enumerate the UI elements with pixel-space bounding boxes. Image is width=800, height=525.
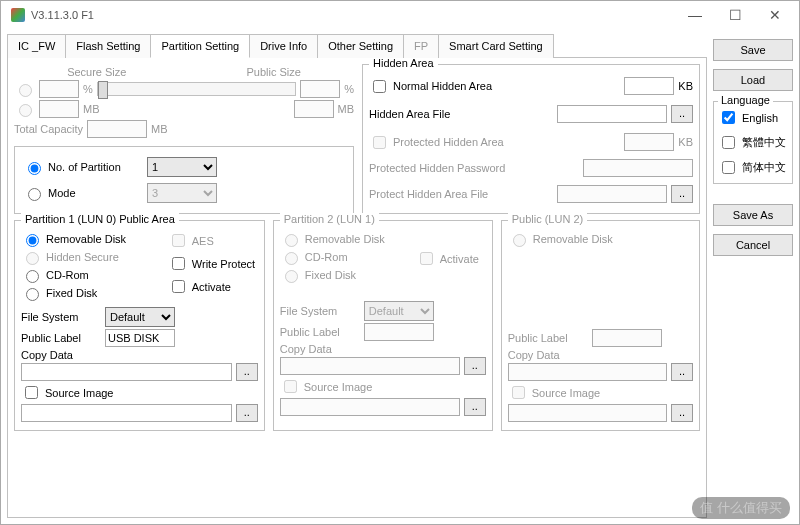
normal-hidden-size[interactable] <box>624 77 674 95</box>
p1-aes-label: AES <box>192 235 214 247</box>
p2-legend: Partition 2 (LUN 1) <box>280 213 379 225</box>
p1-copy-input[interactable] <box>21 363 232 381</box>
p2-src-browse: .. <box>464 398 486 416</box>
p3-src-input <box>508 404 667 422</box>
save-button[interactable]: Save <box>713 39 793 61</box>
hidden-area-legend: Hidden Area <box>369 58 438 69</box>
lang-trad-checkbox[interactable] <box>722 136 735 149</box>
mode-select: 3 <box>147 183 217 203</box>
p2-copy-browse: .. <box>464 357 486 375</box>
p1-activate-checkbox[interactable] <box>172 280 185 293</box>
lang-simp-checkbox[interactable] <box>722 161 735 174</box>
hidden-file-label: Hidden Area File <box>369 108 450 120</box>
tab-partition-setting[interactable]: Partition Setting <box>150 34 250 58</box>
p1-src-checkbox[interactable] <box>25 386 38 399</box>
p1-wp-checkbox[interactable] <box>172 257 185 270</box>
p2-label-label: Public Label <box>280 326 360 338</box>
num-partition-radio[interactable] <box>28 162 41 175</box>
p1-wp-label: Write Protect <box>192 258 255 270</box>
save-as-button[interactable]: Save As <box>713 204 793 226</box>
p2-fs-select: Default <box>364 301 434 321</box>
p1-cdrom-label: CD-Rom <box>46 269 89 281</box>
mode-radio[interactable] <box>28 188 41 201</box>
p2-src-checkbox <box>284 380 297 393</box>
tab-smart-card[interactable]: Smart Card Setting <box>438 34 554 58</box>
p1-fs-select[interactable]: Default <box>105 307 175 327</box>
p1-fixed-label: Fixed Disk <box>46 287 97 299</box>
p3-legend: Public (LUN 2) <box>508 213 588 225</box>
protected-hidden-size <box>624 133 674 151</box>
mb1: MB <box>83 103 100 115</box>
p1-copy-browse[interactable]: .. <box>236 363 258 381</box>
protected-hidden-label: Protected Hidden Area <box>393 136 504 148</box>
p1-src-input[interactable] <box>21 404 232 422</box>
p3-copy-label: Copy Data <box>508 349 560 361</box>
tab-strip: IC _FW Flash Setting Partition Setting D… <box>7 33 707 58</box>
p1-label-label: Public Label <box>21 332 101 344</box>
protect-file-input <box>557 185 667 203</box>
p1-src-label: Source Image <box>45 387 113 399</box>
protect-file-label: Protect Hidden Area File <box>369 188 488 200</box>
protected-pwd-label: Protected Hidden Password <box>369 162 505 174</box>
p2-cdrom-radio <box>285 252 298 265</box>
p1-removable-radio[interactable] <box>26 234 39 247</box>
cancel-button[interactable]: Cancel <box>713 234 793 256</box>
p1-fixed-radio[interactable] <box>26 288 39 301</box>
protect-file-browse[interactable]: .. <box>671 185 693 203</box>
p1-hidden-label: Hidden Secure <box>46 251 119 263</box>
p1-activate-label: Activate <box>192 281 231 293</box>
hidden-file-input[interactable] <box>557 105 667 123</box>
protected-pwd-input <box>583 159 693 177</box>
lang-trad-label: 繁體中文 <box>742 135 786 150</box>
app-icon <box>11 8 25 22</box>
p1-label-input[interactable] <box>105 329 175 347</box>
titlebar: V3.11.3.0 F1 — ☐ ✕ <box>1 1 799 29</box>
kb2: KB <box>678 136 693 148</box>
p2-label-input <box>364 323 434 341</box>
hidden-file-browse[interactable]: .. <box>671 105 693 123</box>
p1-src-browse[interactable]: .. <box>236 404 258 422</box>
p2-src-input <box>280 398 460 416</box>
protected-hidden-checkbox <box>373 136 386 149</box>
lang-english-label: English <box>742 112 778 124</box>
num-partition-label: No. of Partition <box>48 161 143 173</box>
right-panel: Save Load Language English 繁體中文 简体中文 Sav… <box>713 33 793 518</box>
p2-copy-label: Copy Data <box>280 343 332 355</box>
p3-label-label: Public Label <box>508 332 588 344</box>
p2-src-label: Source Image <box>304 381 372 393</box>
tab-ic-fw[interactable]: IC _FW <box>7 34 66 58</box>
p3-src-browse: .. <box>671 404 693 422</box>
p2-activate-label: Activate <box>440 253 479 265</box>
total-capacity-input <box>87 120 147 138</box>
normal-hidden-checkbox[interactable] <box>373 80 386 93</box>
p2-removable-label: Removable Disk <box>305 233 385 245</box>
partition2-group: Partition 2 (LUN 1) Removable Disk CD-Ro… <box>273 220 493 431</box>
mb3: MB <box>151 123 168 135</box>
partition1-group: Partition 1 (LUN 0) Public Area Removabl… <box>14 220 265 431</box>
p2-removable-radio <box>285 234 298 247</box>
p3-label-input <box>592 329 662 347</box>
p1-copy-label: Copy Data <box>21 349 73 361</box>
public-mb-input <box>294 100 334 118</box>
normal-hidden-label: Normal Hidden Area <box>393 80 492 92</box>
num-partition-select[interactable]: 1 <box>147 157 217 177</box>
public-pct-input <box>300 80 340 98</box>
p3-copy-input <box>508 363 667 381</box>
tab-other-setting[interactable]: Other Setting <box>317 34 404 58</box>
p3-src-checkbox <box>512 386 525 399</box>
maximize-button[interactable]: ☐ <box>715 1 755 29</box>
load-button[interactable]: Load <box>713 69 793 91</box>
public-size-label: Public Size <box>246 66 300 78</box>
close-button[interactable]: ✕ <box>755 1 795 29</box>
tab-drive-info[interactable]: Drive Info <box>249 34 318 58</box>
size-slider <box>97 82 296 96</box>
lang-english-checkbox[interactable] <box>722 111 735 124</box>
p1-cdrom-radio[interactable] <box>26 270 39 283</box>
p3-removable-radio <box>513 234 526 247</box>
lang-simp-label: 简体中文 <box>742 160 786 175</box>
minimize-button[interactable]: — <box>675 1 715 29</box>
secure-size-label: Secure Size <box>67 66 126 78</box>
tab-fp[interactable]: FP <box>403 34 439 58</box>
p3-copy-browse: .. <box>671 363 693 381</box>
tab-flash-setting[interactable]: Flash Setting <box>65 34 151 58</box>
